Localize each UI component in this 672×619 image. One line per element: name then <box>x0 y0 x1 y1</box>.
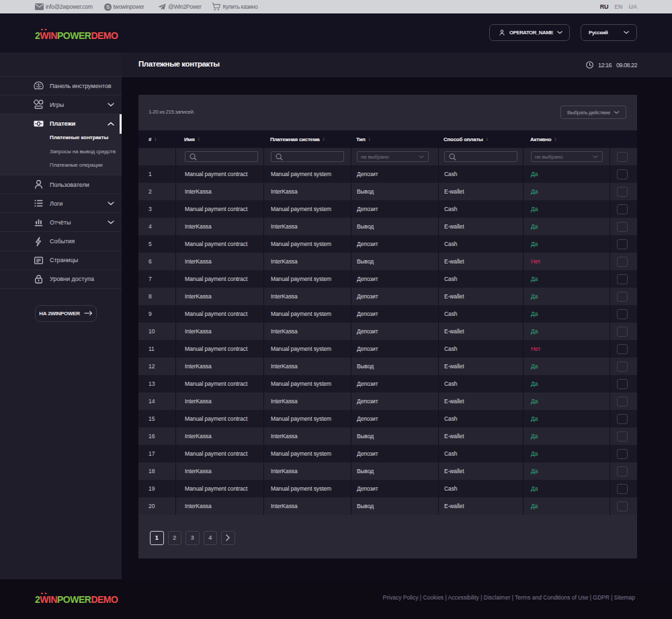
svg-text:S: S <box>106 4 110 10</box>
